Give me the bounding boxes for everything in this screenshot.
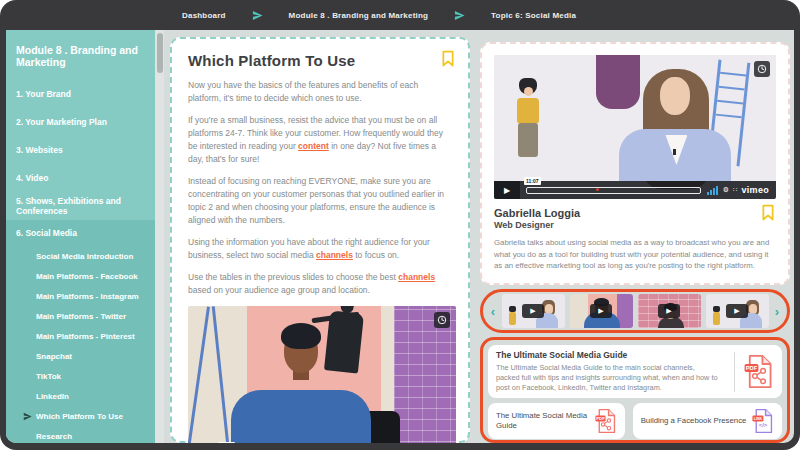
sidebar-subitem-research[interactable]: Research <box>6 426 155 443</box>
sidebar-topic-list: 1. Your Brand 2. Your Marketing Plan 3. … <box>6 80 155 443</box>
channels-link[interactable]: channels <box>398 272 435 282</box>
svg-text:PDF: PDF <box>746 365 758 371</box>
speaker-card: ▶ 11:07 ⚙ ∷ vimeo Gabriella Loggia Web D… <box>480 42 790 285</box>
divider <box>734 352 735 392</box>
settings-gear-icon[interactable]: ⚙ <box>723 186 729 194</box>
paragraph-text: Use the tables in the previous slides to… <box>188 272 398 282</box>
channels-link[interactable]: channels <box>316 250 353 260</box>
speaker-role: Web Designer <box>494 220 776 230</box>
resource-links-row: The Ultimate Social Media Guide PDF Buil… <box>488 403 782 439</box>
sidebar-subitem-tiktok[interactable]: TikTok <box>6 366 155 386</box>
speaker-name: Gabriella Loggia <box>494 207 776 219</box>
sidebar-subitem-label: Which Platform To Use <box>36 412 123 421</box>
sidebar-module-title: Module 8 . Branding and Marketing <box>6 30 155 68</box>
video-timestamp: 11:07 <box>524 177 541 185</box>
sidebar-item-websites[interactable]: 3. Websites <box>6 136 155 164</box>
breadcrumb-arrow-icon <box>252 10 263 21</box>
speaker-video-player[interactable]: ▶ 11:07 ⚙ ∷ vimeo <box>494 55 776 199</box>
lesson-body: Now you have the basics of the features … <box>188 79 452 297</box>
sidebar-item-marketing-plan[interactable]: 2. Your Marketing Plan <box>6 108 155 136</box>
play-button[interactable]: ▶ <box>494 181 520 199</box>
video-controls: ▶ 11:07 ⚙ ∷ vimeo <box>494 181 776 199</box>
carousel-prev-button[interactable]: ‹ <box>487 305 499 318</box>
pdf-file-icon: PDF <box>595 408 617 434</box>
featured-resource-card[interactable]: The Ultimate Social Media Guide The Ulti… <box>488 345 782 398</box>
volume-icon[interactable] <box>707 186 718 195</box>
carousel-next-button[interactable]: › <box>771 305 783 318</box>
watch-later-icon[interactable] <box>754 61 770 77</box>
breadcrumb-dashboard[interactable]: Dashboard <box>182 11 226 20</box>
play-icon: ▶ <box>522 304 544 318</box>
content-link[interactable]: content <box>298 141 329 151</box>
lesson-card: Which Platform To Use Now you have the b… <box>170 37 470 443</box>
fullscreen-icon[interactable]: ∷ <box>733 186 736 194</box>
app-window: Dashboard Module 8 . Branding and Market… <box>0 0 800 450</box>
resource-card-link[interactable]: Building a Facebook Presence </> LINK <box>633 403 782 439</box>
video-timestamp: 01:00 <box>218 442 235 443</box>
video-carousel: ‹ ▶ ▶ ▶ ▶ › <box>480 289 790 333</box>
paragraph: Using the information you have about the… <box>188 236 452 262</box>
sidebar-active-section: 6. Social Media Social Media Introductio… <box>6 220 155 443</box>
resource-description: The Ultimate Social Media Guide to the m… <box>496 363 719 392</box>
sidebar-item-shows[interactable]: 5. Shows, Exhibitions and Conferences <box>6 192 155 220</box>
sidebar-subitem-intro[interactable]: Social Media Introduction <box>6 246 155 266</box>
paragraph-text: based on your audience age group and loc… <box>188 285 370 295</box>
vimeo-logo[interactable]: vimeo <box>741 185 769 195</box>
video-thumbnail[interactable]: ▶ <box>502 294 565 328</box>
video-thumbnail[interactable]: ▶ <box>706 294 769 328</box>
pdf-file-icon: PDF <box>744 354 774 389</box>
sidebar-scrollbar-thumb[interactable] <box>157 33 163 73</box>
page-title: Which Platform To Use <box>188 52 452 69</box>
lesson-video-player[interactable]: ▶ 01:00 ⚙ ∷ vimeo <box>188 306 456 443</box>
svg-text:LINK: LINK <box>754 417 763 421</box>
video-thumbnail[interactable]: ▶ <box>638 294 701 328</box>
paragraph: Instead of focusing on reaching EVERYONE… <box>188 175 452 227</box>
svg-text:</>: </> <box>759 422 768 428</box>
resource-label: The Ultimate Social Media Guide <box>496 411 595 431</box>
sidebar-scrollbar[interactable] <box>155 30 164 443</box>
current-topic-arrow-icon <box>23 412 32 421</box>
sidebar-subitem-facebook[interactable]: Main Platforms - Facebook <box>6 266 155 286</box>
bookmark-icon[interactable] <box>441 50 455 67</box>
paragraph-text: to focus on. <box>353 250 399 260</box>
top-bar: Dashboard Module 8 . Branding and Market… <box>0 0 800 30</box>
paragraph: Now you have the basics of the features … <box>188 79 452 105</box>
resource-label: Building a Facebook Presence <box>641 416 752 426</box>
sidebar-subitem-linkedin[interactable]: LinkedIn <box>6 386 155 406</box>
watch-later-icon[interactable] <box>434 312 450 328</box>
play-icon: ▶ <box>658 304 680 318</box>
video-thumbnail[interactable]: ▶ <box>570 294 633 328</box>
play-icon: ▶ <box>726 304 748 318</box>
web-link-file-icon: </> LINK <box>752 408 774 434</box>
svg-text:PDF: PDF <box>596 416 605 421</box>
bookmark-icon[interactable] <box>761 204 775 221</box>
resources-box: The Ultimate Social Media Guide The Ulti… <box>480 337 790 443</box>
sidebar-item-your-brand[interactable]: 1. Your Brand <box>6 80 155 108</box>
speaker-description: Gabriella talks about using social media… <box>494 237 776 272</box>
sidebar-subitem-twitter[interactable]: Main Platforms - Twitter <box>6 306 155 326</box>
resource-card-pdf[interactable]: The Ultimate Social Media Guide PDF <box>488 403 625 439</box>
sidebar-subitem-which-platform[interactable]: Which Platform To Use <box>6 406 155 426</box>
video-still <box>188 306 456 443</box>
sidebar-item-social-media[interactable]: 6. Social Media <box>6 220 155 246</box>
paragraph: If you're a small business, resist the a… <box>188 114 452 166</box>
sidebar-subitem-pinterest[interactable]: Main Platforms - Pinterest <box>6 326 155 346</box>
carousel-thumbnails: ▶ ▶ ▶ ▶ <box>499 294 771 328</box>
breadcrumb-arrow-icon <box>454 10 465 21</box>
breadcrumb: Dashboard Module 8 . Branding and Market… <box>182 10 576 21</box>
sidebar-subitem-instagram[interactable]: Main Platforms - Instagram <box>6 286 155 306</box>
paragraph: Use the tables in the previous slides to… <box>188 271 452 297</box>
video-progress-bar[interactable] <box>526 187 701 194</box>
resource-title: The Ultimate Social Media Guide <box>496 350 719 360</box>
content-area: Module 8 . Branding and Marketing 1. You… <box>6 30 794 443</box>
sidebar-item-video[interactable]: 4. Video <box>6 164 155 192</box>
breadcrumb-module[interactable]: Module 8 . Branding and Marketing <box>289 11 429 20</box>
play-icon: ▶ <box>590 304 612 318</box>
module-sidebar: Module 8 . Branding and Marketing 1. You… <box>6 30 155 443</box>
sidebar-subitem-snapchat[interactable]: Snapchat <box>6 346 155 366</box>
breadcrumb-topic[interactable]: Topic 6: Social Media <box>491 11 576 20</box>
